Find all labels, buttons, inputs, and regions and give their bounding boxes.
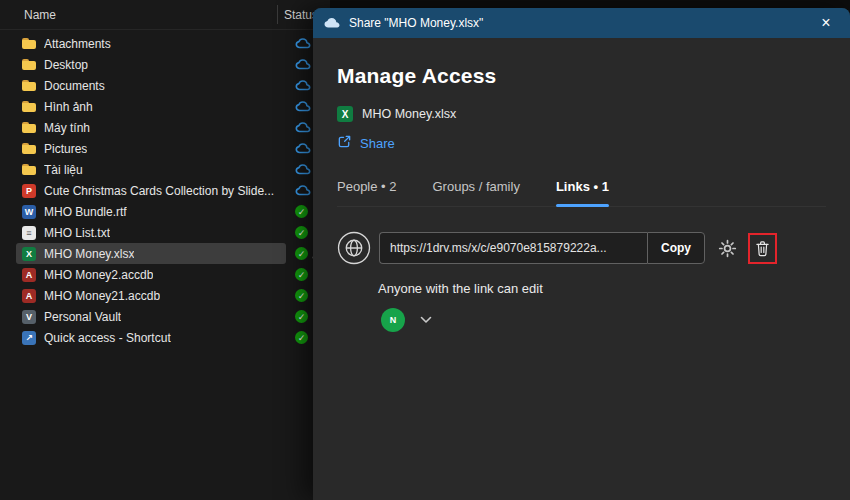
file-name-cell[interactable]: Hình ảnh [16, 96, 286, 117]
share-icon [337, 134, 352, 152]
file-name: Máy tính [44, 121, 90, 135]
tab-label: Groups / family [432, 179, 519, 194]
column-header-name[interactable]: Name [24, 8, 56, 22]
file-name: Cute Christmas Cards Collection by Slide… [44, 184, 274, 198]
list-item[interactable]: Máy tính ✓ [0, 117, 330, 138]
file-name-cell[interactable]: Documents [16, 75, 286, 96]
synced-check-icon: ✓ [295, 205, 308, 218]
file-name-cell[interactable]: Máy tính [16, 117, 286, 138]
onedrive-cloud-icon [295, 59, 311, 70]
onedrive-cloud-icon [295, 122, 311, 133]
close-button[interactable]: × [812, 11, 840, 35]
link-url-input[interactable] [379, 232, 647, 264]
onedrive-cloud-icon [295, 101, 311, 112]
globe-icon [337, 231, 371, 265]
page-title: Manage Access [337, 64, 826, 88]
synced-check-icon: ✓ [295, 289, 308, 302]
list-item[interactable]: Hình ảnh ✓ [0, 96, 330, 117]
synced-check-icon: ✓ [295, 268, 308, 281]
file-type-icon [22, 37, 36, 51]
file-name: MHO Money21.accdb [44, 289, 160, 303]
list-item[interactable]: MHO Money.xlsx ✓ [0, 243, 330, 264]
file-name: Documents [44, 79, 105, 93]
chevron-down-icon[interactable] [420, 316, 432, 324]
share-button-label: Share [360, 136, 395, 151]
file-name: MHO Bundle.rtf [44, 205, 127, 219]
file-name-cell[interactable]: MHO Money2.accdb [16, 264, 286, 285]
onedrive-cloud-icon [295, 185, 311, 196]
file-name-cell[interactable]: MHO List.txt [16, 222, 286, 243]
list-item[interactable]: Tài liệu ✓ [0, 159, 330, 180]
file-name-cell[interactable]: Attachments [16, 33, 286, 54]
dialog-titlebar: Share "MHO Money.xlsx" × [313, 8, 850, 38]
onedrive-cloud-icon [295, 80, 311, 91]
settings-gear-icon[interactable] [718, 239, 737, 258]
file-list: Attachments ✓ Desktop ✓ [0, 30, 330, 348]
column-divider[interactable] [277, 5, 278, 24]
file-type-icon [22, 79, 36, 93]
list-item[interactable]: Personal Vault ✓ [0, 306, 330, 327]
list-item[interactable]: MHO Money2.accdb ✓ [0, 264, 330, 285]
file-name: MHO Money.xlsx [44, 247, 134, 261]
excel-file-icon: X [337, 106, 353, 122]
tab[interactable]: Links • 1 [556, 179, 609, 206]
file-name-cell[interactable]: MHO Money21.accdb [16, 285, 286, 306]
tab[interactable]: People • 2 [337, 179, 396, 206]
list-item[interactable]: MHO Bundle.rtf ✓ [0, 201, 330, 222]
onedrive-cloud-icon [295, 164, 311, 175]
file-type-icon [22, 205, 36, 219]
file-name: Pictures [44, 142, 87, 156]
file-name: Hình ảnh [44, 100, 93, 114]
file-name-cell[interactable]: Tài liệu [16, 159, 286, 180]
file-name-cell[interactable]: Pictures [16, 138, 286, 159]
copy-button[interactable]: Copy [647, 232, 705, 264]
shared-file-name: MHO Money.xlsx [362, 107, 456, 121]
file-name: Tài liệu [44, 163, 83, 177]
file-type-icon [22, 226, 36, 240]
tab-label: People • 2 [337, 179, 396, 194]
avatar-row: N [381, 308, 826, 332]
list-item[interactable]: Attachments ✓ [0, 33, 330, 54]
file-name: Quick access - Shortcut [44, 331, 171, 345]
list-item[interactable]: Documents ✓ [0, 75, 330, 96]
share-button[interactable]: Share [337, 134, 395, 152]
onedrive-cloud-icon [295, 143, 311, 154]
dialog-title: Share "MHO Money.xlsx" [349, 16, 483, 30]
file-name-cell[interactable]: Desktop [16, 54, 286, 75]
link-row: Copy [337, 231, 826, 265]
list-item[interactable]: Desktop ✓ [0, 54, 330, 75]
shared-file-row: X MHO Money.xlsx [337, 106, 826, 122]
onedrive-icon [323, 17, 341, 29]
list-item[interactable]: Pictures ✓ [0, 138, 330, 159]
avatar[interactable]: N [381, 308, 405, 332]
column-header-row: Name Status [0, 0, 330, 30]
share-dialog: Share "MHO Money.xlsx" × Manage Access X… [313, 8, 850, 500]
file-name-cell[interactable]: Personal Vault [16, 306, 286, 327]
file-name: MHO Money2.accdb [44, 268, 153, 282]
file-type-icon [22, 163, 36, 177]
file-name: Personal Vault [44, 310, 121, 324]
file-name-cell[interactable]: Cute Christmas Cards Collection by Slide… [16, 180, 286, 201]
list-item[interactable]: MHO List.txt ✓ [0, 222, 330, 243]
file-type-icon [22, 142, 36, 156]
file-type-icon [22, 268, 36, 282]
list-item[interactable]: MHO Money21.accdb ✓ [0, 285, 330, 306]
tab[interactable]: Groups / family [432, 179, 519, 206]
delete-link-trash-icon[interactable] [755, 240, 770, 257]
file-type-icon [22, 310, 36, 324]
file-name-cell[interactable]: Quick access - Shortcut [16, 327, 286, 348]
list-item[interactable]: Cute Christmas Cards Collection by Slide… [0, 180, 330, 201]
file-name: Desktop [44, 58, 88, 72]
file-type-icon [22, 184, 36, 198]
link-url-group: Copy [379, 232, 705, 264]
link-permission-text: Anyone with the link can edit [378, 281, 826, 296]
synced-check-icon: ✓ [295, 310, 308, 323]
file-name-cell[interactable]: MHO Money.xlsx [16, 243, 286, 264]
file-type-icon [22, 58, 36, 72]
tabs: People • 2 Groups / family Links • 1 [337, 179, 826, 207]
file-name-cell[interactable]: MHO Bundle.rtf [16, 201, 286, 222]
file-type-icon [22, 100, 36, 114]
file-name: MHO List.txt [44, 226, 110, 240]
list-item[interactable]: Quick access - Shortcut ✓ [0, 327, 330, 348]
synced-check-icon: ✓ [295, 226, 308, 239]
